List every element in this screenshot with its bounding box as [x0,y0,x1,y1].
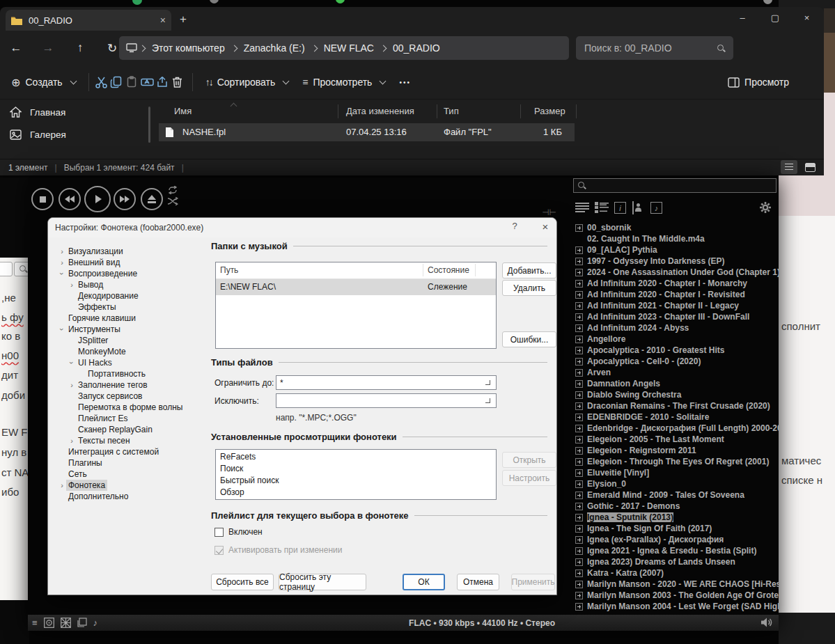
tree-item[interactable]: Сканер ReplayGain [56,424,211,435]
stop-button[interactable] [31,188,54,210]
library-item[interactable]: Katra - Katra (2007) [574,567,779,579]
lyrics-panel-button[interactable]: ♪ [650,202,662,214]
column-type[interactable]: Тип [444,106,459,116]
expand-plus-icon[interactable] [575,514,583,521]
expand-plus-icon[interactable] [575,469,583,477]
sort-button[interactable]: ↑↓ Сортировать [198,77,296,88]
playlist-view-button[interactable] [575,202,589,213]
library-item[interactable]: Ad Infinitum 2023 - Chapter III - DownFa… [574,311,779,322]
open-viewer-button[interactable]: Открыть [502,452,556,468]
library-item[interactable]: 02. Caught In The Middle.m4a [574,233,779,244]
expand-plus-icon[interactable] [575,246,583,254]
expand-plus-icon[interactable] [575,425,583,432]
new-button[interactable]: ⊕ Создать [4,76,83,89]
breadcrumb-item[interactable]: 00_RADIO [378,42,444,54]
tree-expander-icon[interactable] [58,259,66,266]
tree-item[interactable]: Плагины [56,457,211,469]
column-date[interactable]: Дата изменения [346,106,414,116]
expand-plus-icon[interactable] [575,592,583,599]
tree-expander-icon[interactable] [58,248,66,255]
previous-button[interactable] [58,188,81,210]
tree-item[interactable]: JSplitter [56,335,211,346]
thumbnail-view-button[interactable] [802,160,818,174]
music-folders-table[interactable]: Путь Состояние E:\NEW FLAC\ Слежение [215,262,497,349]
shuffle-icon[interactable] [167,197,178,205]
tree-expander-icon[interactable] [68,281,76,288]
expand-plus-icon[interactable] [575,581,583,588]
library-item[interactable]: 2024 - One Assassination Under God (Chap… [574,267,779,278]
tree-item[interactable]: UI Hacks [56,357,211,368]
expand-plus-icon[interactable] [575,280,583,288]
splitter-handle[interactable]: ⊣⊢ [542,207,556,217]
tree-item[interactable]: Сеть [56,469,211,480]
expand-plus-icon[interactable] [575,547,583,555]
folder-row-selected[interactable]: E:\NEW FLAC\ Слежение [216,279,496,295]
new-tab-button[interactable]: + [180,13,187,26]
next-button[interactable] [114,188,136,210]
expand-plus-icon[interactable] [575,302,583,310]
window-icon[interactable] [77,618,87,628]
more-options-button[interactable]: ••• [392,79,418,86]
library-item[interactable]: Elysion_0 [574,478,779,489]
enabled-checkbox-row[interactable]: Включен [214,527,263,537]
tree-expander-icon[interactable] [58,482,66,489]
viewer-item[interactable]: ReFacets [216,450,496,462]
tree-item[interactable]: Заполнение тегов [56,379,211,391]
tree-item[interactable]: Декодирование [56,290,211,301]
remove-folder-button[interactable]: Удалить [502,280,556,296]
expand-plus-icon[interactable] [575,380,583,388]
explorer-tab[interactable]: 00_RADIO × [6,10,171,31]
info-panel-button[interactable]: i [614,202,626,214]
library-item[interactable]: Ignea - The Sign Of Faith (2017) [574,523,779,534]
expand-plus-icon[interactable] [575,269,583,276]
up-button[interactable]: ↑ [64,41,96,55]
minimize-button[interactable]: – [726,7,758,28]
tree-item[interactable]: Перемотка в форме волны [56,402,211,413]
expand-plus-icon[interactable] [575,570,583,577]
tree-item[interactable]: Тексты песен [56,435,211,446]
preferences-tree[interactable]: ВизуализацииВнешний видВоспроизведениеВы… [56,246,211,502]
errors-button[interactable]: Ошибки... [502,331,556,347]
expand-plus-icon[interactable] [575,536,583,544]
library-item[interactable]: 09_[ALAC] Pythia [574,244,779,256]
library-item[interactable]: Ad Infinitum 2020 - Chapter I - Revisite… [574,289,779,300]
preview-toggle-button[interactable]: Просмотр [721,77,796,88]
view-button[interactable]: ≡ Просмотреть [295,77,392,88]
copy-button[interactable] [110,76,125,88]
library-item[interactable]: Damnation Angels [574,378,779,389]
exclude-combo[interactable] [276,393,497,408]
reset-all-button[interactable]: Сбросить все [211,574,274,590]
column-name[interactable]: Имя [174,106,192,116]
expand-plus-icon[interactable] [575,436,583,443]
artist-panel-button[interactable] [632,201,634,214]
expand-plus-icon[interactable] [575,358,583,366]
sidebar-item-gallery[interactable]: Галерея [10,129,66,140]
details-view-button[interactable] [781,160,797,174]
sidebar-item-home[interactable]: Главная [10,107,65,118]
expand-plus-icon[interactable] [575,558,583,566]
share-button[interactable] [156,76,171,88]
tree-expander-icon[interactable] [58,270,66,277]
dialog-close-button[interactable]: × [533,221,557,233]
tree-item[interactable]: MonkeyMote [56,346,211,357]
library-item[interactable]: Ignea 2023) Dreams of Lands Unseen [574,556,779,567]
reset-page-button[interactable]: Сбросить эту страницу [279,574,366,590]
settings-gear-button[interactable] [759,201,772,214]
breadcrumb-item[interactable]: NEW FLAC [309,42,378,54]
music-note-icon[interactable]: ♪ [93,618,98,628]
library-item[interactable]: Arven [574,367,779,378]
expand-plus-icon[interactable] [575,458,583,466]
breadcrumb[interactable]: Этот компьютерZanachka (E:)NEW FLAC00_RA… [119,36,569,60]
play-button[interactable] [84,186,111,212]
expand-plus-icon[interactable] [575,525,583,533]
library-item[interactable]: Ignea 2021 - Ignea & Ersedu - Bestia (Sp… [574,545,779,556]
viewers-list[interactable]: ReFacetsПоискБыстрый поискОбзор [215,449,497,500]
tree-item[interactable]: Вывод [56,279,211,290]
viewer-item[interactable]: Поиск [216,462,496,474]
expand-plus-icon[interactable] [575,369,583,377]
dialog-title-bar[interactable]: Настройки: Фонотека (foobar2000.exe) ? × [48,218,556,237]
tree-item[interactable]: Запуск сервисов [56,391,211,402]
tree-item[interactable]: Визуализации [56,246,211,257]
folders-table-header[interactable]: Путь Состояние [216,262,496,279]
tree-expander-icon[interactable] [68,437,76,444]
